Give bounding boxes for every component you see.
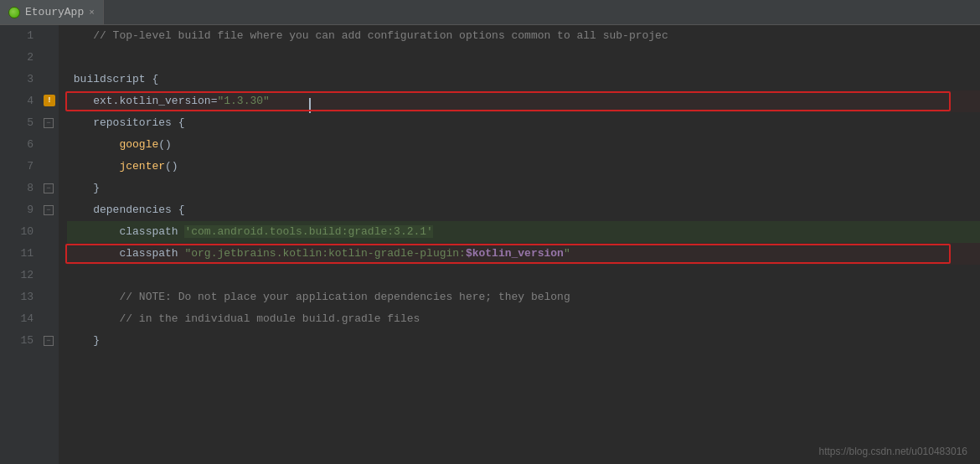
line-number: 2 [0,47,34,69]
code-line [67,265,980,286]
code-line: ext.kotlin_version="1.3.30" [67,90,980,112]
code-line: classpath 'com.android.tools.build:gradl… [67,221,980,243]
line-number: 8 [0,178,34,199]
line-number: 3 [0,69,34,90]
code-line: google() [67,134,980,156]
code-line: // NOTE: Do not place your application d… [67,286,980,308]
code-line: buildscript { [67,69,980,90]
gutter-row [42,25,59,47]
line-number: 13 [0,286,34,308]
line-number: 11 [0,243,34,265]
line-number: 12 [0,265,34,286]
line-number: 10 [0,221,34,243]
gutter-row [42,47,59,69]
code-line: repositories { [67,112,980,134]
gutter-row: − [42,178,59,199]
gutter-row [42,221,59,243]
code-line: } [67,330,980,352]
warning-icon: ! [44,95,55,106]
gutter-row [42,69,59,90]
line-numbers: 123456789101112131415 [0,25,42,464]
code-line: classpath "org.jetbrains.kotlin:kotlin-g… [67,243,980,265]
line-number: 14 [0,308,34,330]
watermark: https://blog.csdn.net/u010483016 [819,446,967,457]
gutter-row: − [42,330,59,352]
tab-close[interactable]: × [89,8,95,18]
code-line: // in the individual module build.gradle… [67,308,980,330]
fold-icon[interactable]: − [44,336,54,346]
fold-icon[interactable]: − [44,183,54,193]
code-area[interactable]: // Top-level build file where you can ad… [59,25,980,464]
editor: 123456789101112131415 !−−−− // Top-level… [0,25,980,464]
fold-icon[interactable]: − [44,205,54,215]
tab-bar: EtouryApp × [0,0,980,25]
gutter-row: − [42,112,59,134]
tab-icon [8,7,20,18]
gutter-row [42,156,59,178]
line-number: 9 [0,199,34,221]
code-line [67,47,980,69]
line-number: 1 [0,25,34,47]
code-line: jcenter() [67,156,980,178]
line-number: 6 [0,134,34,156]
file-tab[interactable]: EtouryApp × [0,0,104,24]
gutter-row [42,134,59,156]
tab-label: EtouryApp [25,6,84,18]
fold-icon[interactable]: − [44,118,54,128]
gutter-row [42,308,59,330]
line-number: 5 [0,112,34,134]
code-line: // Top-level build file where you can ad… [67,25,980,47]
gutter-row [42,243,59,265]
line-number: 7 [0,156,34,178]
gutter-row [42,265,59,286]
code-line: } [67,178,980,199]
gutter: !−−−− [42,25,59,464]
line-number: 4 [0,90,34,112]
gutter-row [42,286,59,308]
gutter-row: ! [42,90,59,112]
line-number: 15 [0,330,34,352]
code-line: dependencies { [67,199,980,221]
gutter-row: − [42,199,59,221]
